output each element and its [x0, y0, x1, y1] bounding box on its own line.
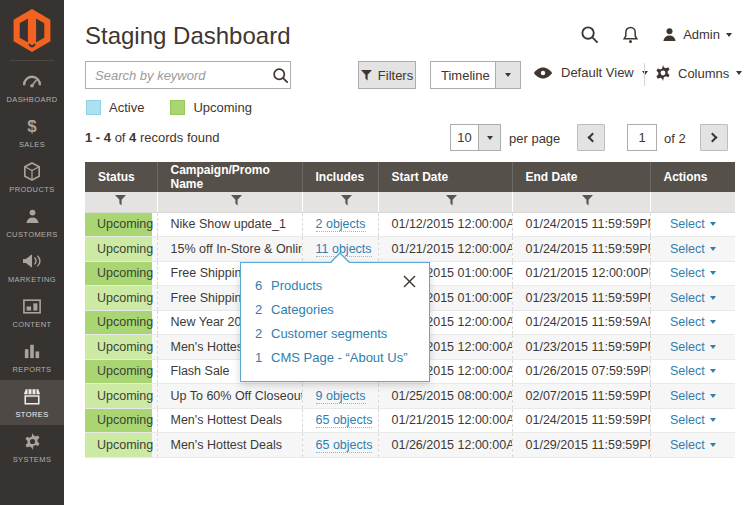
status-badge: Upcoming	[85, 311, 152, 335]
select-label: Select	[670, 266, 705, 280]
sidebar-item-systems[interactable]: SYSTEMS	[0, 425, 64, 470]
start-date-cell: 01/26/2015 12:00:00AM	[378, 433, 512, 458]
row-action-select[interactable]: Select	[670, 389, 716, 403]
marketing-icon	[23, 251, 42, 271]
records-of: of	[111, 130, 129, 145]
search-submit-icon[interactable]	[271, 67, 290, 84]
sidebar-item-label: REPORTS	[13, 365, 52, 374]
per-page-dropdown-toggle[interactable]	[479, 124, 501, 151]
popup-item[interactable]: 2Categories	[255, 297, 415, 321]
select-label: Select	[670, 413, 705, 427]
popup-item-count: 1	[255, 350, 271, 365]
notifications-bell-icon[interactable]	[623, 26, 638, 44]
chevron-down-icon	[726, 33, 732, 37]
includes-link[interactable]: 65 objects	[316, 413, 373, 428]
chevron-left-icon	[588, 133, 598, 143]
sidebar-item-label: STORES	[15, 410, 48, 419]
status-cell: Upcoming	[85, 237, 157, 262]
popup-item[interactable]: 1CMS Page - “About Us”	[255, 345, 415, 369]
start-date-cell: 01/12/2015 12:00:00AM	[378, 212, 512, 237]
popup-item-label: Categories	[271, 302, 334, 317]
filter-cell-3[interactable]	[378, 192, 512, 212]
sidebar-item-customers[interactable]: CUSTOMERS	[0, 200, 64, 245]
toolbar-divider	[644, 63, 645, 86]
close-icon[interactable]	[403, 274, 416, 292]
table-row: UpcomingMen's Hottest Deals65 objects01/…	[85, 433, 735, 458]
filter-cell-5	[650, 192, 735, 212]
per-page-select[interactable]: 10	[450, 124, 501, 151]
column-header-status[interactable]: Status	[85, 162, 157, 192]
sidebar-item-dashboard[interactable]: DASHBOARD	[0, 65, 64, 110]
columns-menu[interactable]: Columns	[655, 65, 742, 81]
records-found-text: 1 - 4 of 4 records found	[85, 130, 219, 145]
status-badge: Upcoming	[85, 213, 152, 237]
filter-cell-4[interactable]	[512, 192, 650, 212]
timeline-dropdown-toggle[interactable]	[496, 61, 521, 89]
sidebar-item-marketing[interactable]: MARKETING	[0, 245, 64, 290]
includes-cell: 65 objects	[302, 433, 378, 458]
popup-item-count: 6	[255, 278, 271, 293]
popup-item[interactable]: 6Products	[255, 273, 415, 297]
popup-item-label: CMS Page - “About Us”	[271, 350, 408, 365]
row-action-select[interactable]: Select	[670, 266, 716, 280]
timeline-button[interactable]: Timeline	[430, 61, 496, 89]
chevron-down-icon	[736, 71, 742, 75]
status-cell: Upcoming	[85, 359, 157, 384]
includes-cell: 2 objects	[302, 212, 378, 237]
row-action-select[interactable]: Select	[670, 438, 716, 452]
eye-icon	[533, 67, 553, 79]
row-action-select[interactable]: Select	[670, 364, 716, 378]
column-header-includes[interactable]: Includes	[302, 162, 378, 192]
row-action-select[interactable]: Select	[670, 217, 716, 231]
includes-link[interactable]: 2 objects	[316, 217, 366, 232]
filter-cell-0[interactable]	[85, 192, 157, 212]
global-search-icon[interactable]	[580, 25, 599, 44]
chevron-down-icon	[710, 320, 716, 324]
includes-link[interactable]: 65 objects	[316, 438, 373, 453]
row-action-select[interactable]: Select	[670, 242, 716, 256]
column-header-campaign-promo-name[interactable]: Campaign/Promo Name	[157, 162, 302, 192]
row-action-select[interactable]: Select	[670, 315, 716, 329]
filters-button[interactable]: Filters	[358, 61, 416, 89]
column-header-actions[interactable]: Actions	[650, 162, 735, 192]
row-action-select[interactable]: Select	[670, 340, 716, 354]
default-view-menu[interactable]: Default View	[533, 65, 648, 80]
default-view-label: Default View	[561, 65, 634, 80]
gear-icon	[655, 65, 671, 81]
actions-cell: Select	[650, 408, 735, 433]
magento-logo[interactable]	[0, 0, 64, 52]
popup-item-label: Customer segments	[271, 326, 387, 341]
timeline-label: Timeline	[441, 68, 490, 83]
sidebar-item-stores[interactable]: STORES	[0, 380, 64, 425]
actions-cell: Select	[650, 286, 735, 311]
column-header-end-date[interactable]: End Date	[512, 162, 650, 192]
next-page-button[interactable]	[700, 124, 728, 151]
sidebar-item-products[interactable]: PRODUCTS	[0, 155, 64, 200]
popup-items: 6Products2Categories2Customer segments1C…	[255, 273, 415, 369]
filter-cell-2[interactable]	[302, 192, 378, 212]
grid-filter-row	[85, 192, 735, 212]
search-input[interactable]	[86, 68, 271, 83]
sidebar-item-content[interactable]: CONTENT	[0, 290, 64, 335]
includes-link[interactable]: 9 objects	[316, 389, 366, 404]
admin-account-menu[interactable]: Admin	[662, 27, 732, 42]
products-icon	[23, 161, 41, 181]
sidebar-item-reports[interactable]: REPORTS	[0, 335, 64, 380]
previous-page-button[interactable]	[577, 124, 605, 151]
user-icon	[662, 27, 677, 42]
actions-cell: Select	[650, 359, 735, 384]
legend-active-label: Active	[109, 100, 144, 115]
sidebar-item-sales[interactable]: $SALES	[0, 110, 64, 155]
end-date-cell: 01/24/2015 11:59:59PM	[512, 212, 650, 237]
column-header-start-date[interactable]: Start Date	[378, 162, 512, 192]
filter-cell-1[interactable]	[157, 192, 302, 212]
row-action-select[interactable]: Select	[670, 291, 716, 305]
timeline-control: Timeline	[430, 61, 521, 89]
actions-cell: Select	[650, 384, 735, 409]
row-action-select[interactable]: Select	[670, 413, 716, 427]
current-page-input[interactable]	[627, 124, 657, 151]
end-date-cell: 01/26/2015 07:59:59PM	[512, 359, 650, 384]
popup-item[interactable]: 2Customer segments	[255, 321, 415, 345]
chevron-right-icon	[708, 133, 718, 143]
includes-popup: 6Products2Categories2Customer segments1C…	[240, 262, 430, 382]
